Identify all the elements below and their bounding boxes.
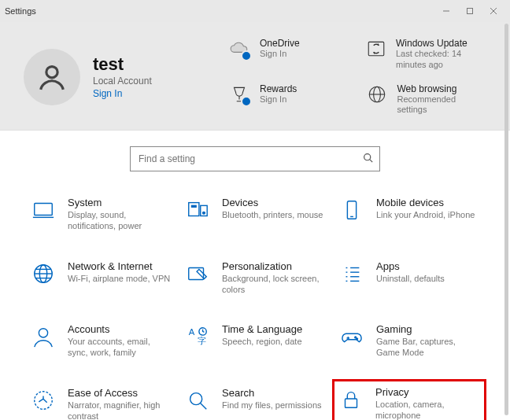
search-input[interactable] xyxy=(137,153,363,165)
accounts-icon xyxy=(30,323,57,350)
category-privacy[interactable]: PrivacyLocation, camera, microphone xyxy=(332,379,486,420)
svg-rect-44 xyxy=(346,399,357,407)
time-language-icon: A字 xyxy=(184,323,211,350)
svg-rect-24 xyxy=(189,267,204,279)
category-mobile[interactable]: Mobile devicesLink your Android, iPhone xyxy=(335,193,483,235)
tile-sub: Last checked: 14 minutes ago xyxy=(396,49,486,71)
category-sub: Wi-Fi, airplane mode, VPN xyxy=(68,273,170,284)
category-title: Accounts xyxy=(68,323,172,335)
tile-windows-update[interactable]: Windows UpdateLast checked: 14 minutes a… xyxy=(366,38,486,71)
privacy-icon xyxy=(338,386,364,413)
category-title: Personalization xyxy=(222,260,326,272)
account-name: test xyxy=(93,54,152,75)
search-icon xyxy=(363,153,373,165)
tile-rewards[interactable]: RewardsSign In xyxy=(228,83,349,116)
category-title: Privacy xyxy=(375,386,481,398)
status-dot xyxy=(241,50,252,61)
tile-onedrive[interactable]: OneDriveSign In xyxy=(228,38,349,71)
category-title: Mobile devices xyxy=(376,197,475,208)
category-system[interactable]: SystemDisplay, sound, notifications, pow… xyxy=(27,193,175,235)
category-title: Ease of Access xyxy=(68,387,172,399)
svg-line-10 xyxy=(370,160,372,162)
category-title: Time & Language xyxy=(222,323,302,335)
svg-text:A: A xyxy=(189,327,195,337)
header-tiles: OneDriveSign In Windows UpdateLast check… xyxy=(228,38,486,116)
category-accounts[interactable]: AccountsYour accounts, email, sync, work… xyxy=(27,320,175,362)
personalization-icon xyxy=(184,260,211,287)
network-icon xyxy=(30,260,57,287)
category-title: Gaming xyxy=(376,323,480,335)
category-sub: Narrator, magnifier, high contrast xyxy=(68,400,172,420)
svg-rect-1 xyxy=(468,9,473,14)
tile-title: Rewards xyxy=(260,83,297,94)
avatar xyxy=(24,49,80,105)
category-network[interactable]: Network & InternetWi-Fi, airplane mode, … xyxy=(27,257,175,299)
category-sub: Speech, region, date xyxy=(222,336,302,347)
tile-title: Web browsing xyxy=(397,83,487,94)
category-sub: Your accounts, email, sync, work, family xyxy=(68,336,172,359)
svg-point-16 xyxy=(203,212,205,214)
account-text: test Local Account Sign In xyxy=(93,54,152,99)
category-sub: Bluetooth, printers, mouse xyxy=(222,209,323,220)
tile-title: OneDrive xyxy=(260,38,300,49)
search-box[interactable] xyxy=(130,146,380,171)
svg-point-33 xyxy=(39,329,47,337)
category-sub: Background, lock screen, colors xyxy=(222,273,326,296)
category-title: Network & Internet xyxy=(68,260,170,272)
tile-sub: Recommended settings xyxy=(397,94,487,116)
category-sub: Link your Android, iPhone xyxy=(376,209,475,220)
category-time-language[interactable]: A字 Time & LanguageSpeech, region, date xyxy=(181,320,329,362)
minimize-button[interactable] xyxy=(434,3,458,19)
tile-title: Windows Update xyxy=(396,38,486,49)
globe-icon xyxy=(366,83,388,105)
category-title: Search xyxy=(222,387,322,399)
svg-line-43 xyxy=(201,403,207,410)
svg-point-41 xyxy=(35,392,53,410)
category-sub: Uninstall, defaults xyxy=(376,273,445,284)
categories-grid: SystemDisplay, sound, notifications, pow… xyxy=(27,193,483,420)
account-signin-link[interactable]: Sign In xyxy=(93,88,152,99)
category-sub: Location, camera, microphone xyxy=(375,399,481,420)
tile-sub: Sign In xyxy=(260,94,297,105)
window-title: Settings xyxy=(5,6,434,16)
content: SystemDisplay, sound, notifications, pow… xyxy=(0,131,510,420)
category-personalization[interactable]: PersonalizationBackground, lock screen, … xyxy=(181,257,329,299)
svg-point-39 xyxy=(355,337,357,338)
close-button[interactable] xyxy=(482,3,505,19)
header: test Local Account Sign In OneDriveSign … xyxy=(0,22,510,131)
update-icon xyxy=(366,38,386,60)
account-block[interactable]: test Local Account Sign In xyxy=(24,38,228,116)
category-gaming[interactable]: GamingGame Bar, captures, Game Mode xyxy=(335,320,483,362)
svg-point-4 xyxy=(46,66,57,77)
category-ease-of-access[interactable]: Ease of AccessNarrator, magnifier, high … xyxy=(27,384,175,420)
svg-point-42 xyxy=(190,392,202,404)
tile-sub: Sign In xyxy=(260,49,300,60)
search-category-icon xyxy=(184,387,211,414)
category-title: Devices xyxy=(222,197,323,208)
status-dot xyxy=(241,96,252,107)
account-type: Local Account xyxy=(93,76,152,87)
category-title: Apps xyxy=(376,260,445,272)
svg-text:字: 字 xyxy=(198,337,206,346)
category-sub: Find my files, permissions xyxy=(222,400,322,411)
svg-point-40 xyxy=(357,338,358,340)
category-search[interactable]: SearchFind my files, permissions xyxy=(181,384,329,420)
devices-icon xyxy=(184,197,211,223)
titlebar: Settings xyxy=(0,0,510,22)
category-sub: Display, sound, notifications, power xyxy=(68,209,172,232)
mobile-icon xyxy=(338,197,365,223)
tile-web-browsing[interactable]: Web browsingRecommended settings xyxy=(366,83,486,116)
maximize-button[interactable] xyxy=(458,3,482,19)
category-devices[interactable]: DevicesBluetooth, printers, mouse xyxy=(181,193,329,235)
apps-icon xyxy=(338,260,365,287)
onedrive-icon xyxy=(228,38,250,60)
scrollbar[interactable] xyxy=(504,24,508,415)
settings-window: Settings test Local Account Sign In OneD… xyxy=(0,0,510,420)
svg-point-9 xyxy=(364,154,371,160)
category-sub: Game Bar, captures, Game Mode xyxy=(376,336,480,359)
gaming-icon xyxy=(338,323,365,350)
category-apps[interactable]: AppsUninstall, defaults xyxy=(335,257,483,299)
svg-rect-11 xyxy=(35,204,53,216)
svg-rect-14 xyxy=(192,205,197,207)
ease-of-access-icon xyxy=(30,387,57,414)
